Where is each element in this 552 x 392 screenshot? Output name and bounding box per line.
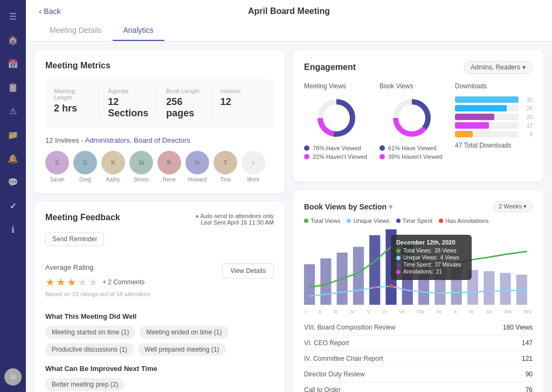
messages-icon[interactable]: 💬 [3,172,23,192]
view-details-button[interactable]: View Details [222,263,274,278]
x-label-8: VIII [417,309,425,314]
star-2: ★ [56,276,66,289]
book-views-section-card: Book Views by Section ▾ 2 Weeks ▾ Total … [293,190,543,392]
svg-rect-6 [304,264,315,305]
sidebar: ☰ 🏠 📅 📋 ⚠ 📁 🔔 💬 ✓ ℹ U [0,0,26,392]
avatars-row: S Sarah G Greg K Kathy Si Simon [45,151,274,183]
filter-label: Admins, Readers [471,64,520,71]
svg-rect-19 [516,275,527,305]
bv-title-text: Book Views by Section [304,202,387,211]
x-label-9: IX [437,309,441,314]
legend-total-views: Total Views [304,218,340,224]
mv-havent-label: 22% Haven't Viewed [313,153,367,160]
legend-unique-dot [347,219,351,223]
x-label-1: I [305,309,307,314]
metric-agenda-value: 12 Sections [108,96,148,119]
metric-book-value: 256 pages [166,96,202,119]
send-reminder-button[interactable]: Send Reminder [45,232,104,246]
section-views-1: 180 Views [503,324,533,331]
tab-analytics[interactable]: Analytics [113,20,164,41]
svg-rect-16 [467,270,478,305]
avatar-greg: G Greg [73,151,97,183]
avatar-kathy: K Kathy [101,151,125,183]
avatar-howard: H Howard [185,151,209,183]
home-icon[interactable]: 🏠 [3,30,23,50]
avatar-simon: Si Simon [129,151,153,183]
rating-row: ★ ★ ★ ★ ★ + 2 Comments [45,276,150,289]
meeting-metrics-card: Meeting Metrics Meeting Length 2 hrs Age… [34,50,285,193]
engagement-header: Engagement Admins, Readers ▾ [304,61,533,74]
svg-rect-11 [385,229,396,305]
did-well-title: What This Meeting Did Well [45,312,274,320]
engagement-title: Engagement [304,62,356,72]
dl-bar-2: 26 [455,105,533,111]
bv-havent-label: 39% Haven't Viewed [388,153,443,160]
bv-chevron-icon: ▾ [389,202,392,211]
filter-chevron-icon: ▾ [522,64,526,71]
hamburger-icon[interactable]: ☰ [3,6,23,26]
section-views-2: 147 [522,339,533,347]
period-label: 2 Weeks [499,203,522,209]
meeting-views-label: Meeting Views [304,82,369,90]
dl-bar-5: 9 [455,131,533,137]
legend-annot-label: Has Annotations [445,218,488,224]
x-label-3: III [334,309,338,314]
tag-productive: Productive discussions (1) [45,343,134,356]
dl-bar-fill-4 [455,122,489,129]
x-label-10: X [453,309,457,314]
avatar-tina-circle: T [213,151,237,174]
files-icon[interactable]: 📁 [3,125,23,144]
dl-val-2: 26 [522,106,533,111]
bv-section-title: Book Views by Section ▾ [304,202,392,211]
auto-send-label: Auto send to attendees only [201,213,274,219]
downloads-label: Downloads [455,82,533,90]
metric-book-length: Book Length 256 pages [157,88,211,119]
back-button[interactable]: ‹ Back [39,6,60,16]
dl-bar-track-4 [455,122,519,129]
back-label: Back [44,7,60,16]
alerts-icon[interactable]: ⚠ [3,101,23,121]
metric-invitees-label: Invitees [220,88,257,94]
dl-bar-3: 20 [455,114,533,120]
notifications-icon[interactable]: 🔔 [3,149,23,168]
dl-val-4: 17 [522,123,533,129]
avatar-tina: T Tina [213,151,237,183]
documents-icon[interactable]: 📋 [3,78,23,97]
book-views-donut [390,96,433,139]
back-arrow-icon: ‹ [39,6,42,16]
section-row-5: Call to Order 76 [304,382,533,392]
checkmark-icon[interactable]: ✓ [3,196,23,215]
page-title: April Board Meeting [248,6,330,16]
info-icon[interactable]: ℹ [3,220,23,239]
star-rating: ★ ★ ★ ★ ★ [45,276,98,289]
rating-sub: Based on 10 ratings out of 18 attendees [45,291,150,297]
period-filter-button[interactable]: 2 Weeks ▾ [493,201,533,212]
user-avatar[interactable]: U [4,368,22,386]
star-5: ★ [88,276,98,289]
x-label-14: XIV [523,309,532,314]
invitees-groups-link[interactable]: Administrators, Board of Directors [85,136,190,144]
tag-better-prep: Better meeting prep (2) [45,378,125,391]
downloads-total: 47 Total Downloads [455,142,533,149]
section-row-2: VI. CEO Report 147 [304,335,533,351]
admins-readers-filter[interactable]: Admins, Readers ▾ [464,61,533,74]
legend-time-label: Time Spent [403,218,433,224]
section-row-1: VIII. Board Composition Review 180 Views [304,320,533,335]
metric-agenda-label: Agenda [108,88,148,94]
book-views-label: Book Views [380,82,444,90]
metric-book-label: Book Length [166,88,202,94]
more-avatars-btn[interactable]: › [242,151,265,174]
calendar-icon[interactable]: 📅 [3,54,23,73]
tab-meeting-details[interactable]: Meeting Details [39,20,113,41]
section-list: VIII. Board Composition Review 180 Views… [304,320,533,392]
section-name-1: VIII. Board Composition Review [304,324,395,331]
section-name-4: Director Duty Review [304,370,365,378]
svg-point-21 [373,285,376,289]
svg-rect-14 [434,264,445,305]
avatar-kathy-circle: K [101,151,125,174]
dl-bar-track-1 [455,96,519,103]
section-name-3: IV. Committee Chair Report [304,355,383,362]
tag-well-prepared: Well prepared meeting (1) [138,343,226,356]
metric-agenda: Agenda 12 Sections [99,88,157,119]
comments-link[interactable]: + 2 Comments [102,278,144,286]
